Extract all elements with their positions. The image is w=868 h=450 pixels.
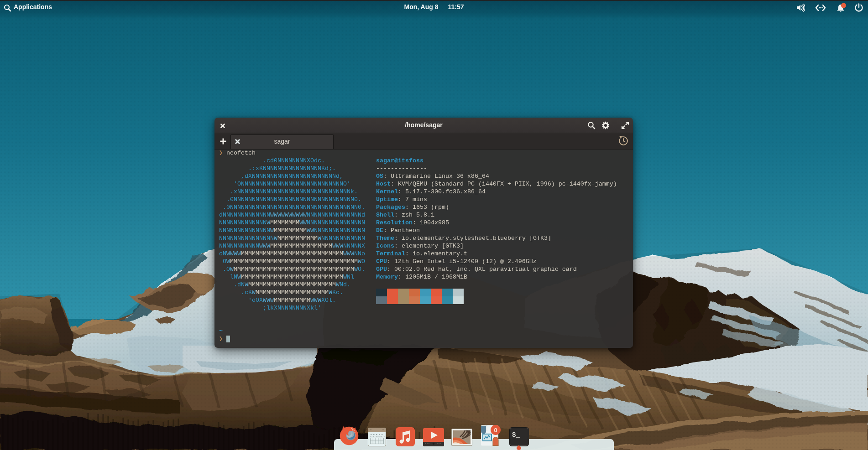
svg-text:$_: $_: [512, 431, 520, 439]
svg-text:0: 0: [494, 427, 497, 434]
